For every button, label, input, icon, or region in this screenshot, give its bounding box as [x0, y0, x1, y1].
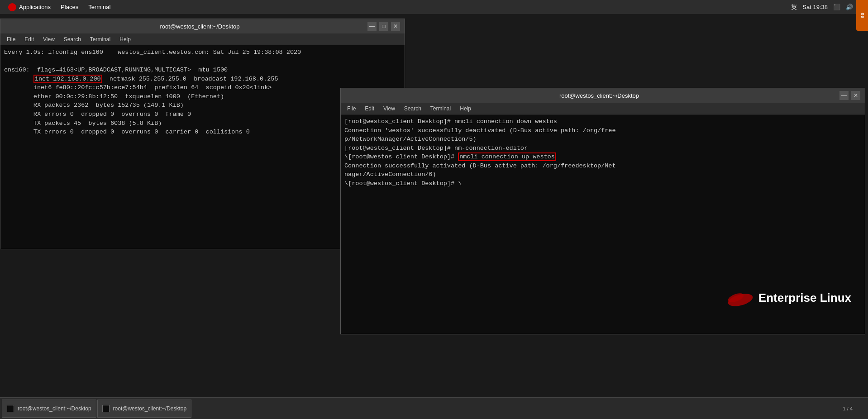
terminal-2-menubar: File Edit View Search Terminal Help — [341, 103, 865, 114]
t1-line4: inet 192.168.0.200 netmask 255.255.255.0… — [4, 75, 278, 83]
menu-file-1[interactable]: File — [3, 35, 19, 43]
close-button-1[interactable]: ✕ — [391, 22, 400, 31]
taskbar-label-1: root@westos_client:~/Desktop — [18, 405, 91, 412]
menu-help-2[interactable]: Help — [456, 105, 475, 113]
taskbar-icon-1 — [7, 405, 14, 412]
menu-terminal-2[interactable]: Terminal — [427, 105, 454, 113]
taskbar-item-2[interactable]: root@westos_client:~/Desktop — [97, 400, 192, 418]
menu-edit-2[interactable]: Edit — [361, 105, 378, 113]
t1-line7: RX packets 2362 bytes 152735 (149.1 KiB) — [4, 102, 184, 109]
t2-line5: \[root@westos_client Desktop]# nmcli con… — [344, 152, 556, 161]
t2-line3: p/NetworkManager/ActiveConnection/5) — [344, 136, 477, 143]
terminal-1-title: root@westos_client:~/Desktop — [32, 23, 367, 30]
t2-line8: \[root@westos_client Desktop]# \ — [344, 180, 462, 187]
menu-search-2[interactable]: Search — [401, 105, 425, 113]
menu-view-1[interactable]: View — [39, 35, 58, 43]
taskbar-label-2: root@westos_client:~/Desktop — [113, 405, 187, 412]
top-bar-left: Applications Places Terminal — [4, 1, 115, 13]
menu-edit-1[interactable]: Edit — [21, 35, 38, 43]
t2-line6: Connection successfully activated (D-Bus… — [344, 162, 616, 169]
os-badge: os — [856, 0, 868, 31]
top-bar-right: 英 Sat 19:38 ⬛ 🔊 ⏻ — [791, 3, 864, 11]
places-menu[interactable]: Places — [56, 2, 83, 12]
clock: Sat 19:38 — [802, 4, 828, 10]
t2-line2: Connection 'westos' successfully deactiv… — [344, 127, 616, 134]
t1-line1: Every 1.0s: ifconfig ens160 westos_clien… — [4, 49, 301, 56]
applications-label: Applications — [19, 4, 51, 10]
taskbar-right: 1 / 4 — [843, 406, 866, 411]
t1-line9: TX packets 45 bytes 6038 (5.8 KiB) — [4, 120, 162, 127]
redhat-icon — [8, 3, 16, 11]
taskbar-item-1[interactable]: root@westos_client:~/Desktop — [2, 400, 96, 418]
t2-line7: nager/ActiveConnection/6) — [344, 171, 436, 178]
t2-line4: [root@westos_client Desktop]# nm-connect… — [344, 145, 528, 152]
terminal-2-titlebar: root@westos_client:~/Desktop — ✕ — [341, 88, 865, 103]
terminal-1-titlebar: root@westos_client:~/Desktop — □ ✕ — [0, 19, 405, 33]
menu-terminal-1[interactable]: Terminal — [86, 35, 114, 43]
minimize-button-1[interactable]: — — [367, 22, 377, 31]
top-bar: Applications Places Terminal 英 Sat 19:38… — [0, 0, 868, 14]
close-button-2[interactable]: ✕ — [851, 91, 860, 100]
menu-search-1[interactable]: Search — [60, 35, 85, 43]
terminal-2-title: root@westos_client:~/Desktop — [359, 92, 839, 99]
inet-highlight: inet 192.168.0.200 — [33, 75, 102, 83]
volume-icon[interactable]: 🔊 — [846, 4, 853, 10]
menu-view-2[interactable]: View — [380, 105, 399, 113]
enterprise-brand: Enterprise Linux — [727, 289, 851, 307]
terminal-window-2: root@westos_client:~/Desktop — ✕ File Ed… — [340, 88, 865, 334]
t1-line3: ens160: flags=4163<UP,BROADCAST,RUNNING,… — [4, 67, 228, 73]
terminal-2-buttons: — ✕ — [839, 91, 860, 100]
menu-file-2[interactable]: File — [343, 105, 359, 113]
desktop: root@westos_client:~/Desktop — □ ✕ File … — [0, 14, 868, 397]
terminal-menu[interactable]: Terminal — [84, 2, 115, 12]
maximize-button-1[interactable]: □ — [379, 22, 388, 31]
applications-menu[interactable]: Applications — [4, 1, 55, 13]
rhel-logo — [727, 289, 754, 307]
minimize-button-2[interactable]: — — [839, 91, 849, 100]
terminal-1-buttons: — □ ✕ — [367, 22, 400, 31]
menu-help-1[interactable]: Help — [116, 35, 134, 43]
taskbar-icon-2 — [102, 405, 110, 412]
t2-line1: [root@westos_client Desktop]# nmcli conn… — [344, 118, 557, 125]
t1-line8: RX errors 0 dropped 0 overruns 0 frame 0 — [4, 111, 191, 118]
t1-line6: ether 00:0c:29:8b:12:50 txqueuelen 1000 … — [4, 93, 224, 100]
terminal-1-menubar: File Edit View Search Terminal Help — [0, 33, 405, 45]
t1-line2 — [4, 58, 8, 65]
brand-text: Enterprise Linux — [758, 291, 851, 305]
t1-line10: TX errors 0 dropped 0 overruns 0 carrier… — [4, 129, 250, 135]
network-icon[interactable]: ⬛ — [833, 4, 840, 10]
taskbar: root@westos_client:~/Desktop root@westos… — [0, 397, 868, 419]
language-indicator[interactable]: 英 — [791, 3, 797, 11]
page-indicator: 1 / 4 — [843, 406, 853, 411]
nmcli-highlight: nmcli connection up westos — [458, 152, 556, 161]
t1-line5: inet6 fe80::20fc:c57b:ece7:54b4 prefixle… — [4, 84, 272, 91]
